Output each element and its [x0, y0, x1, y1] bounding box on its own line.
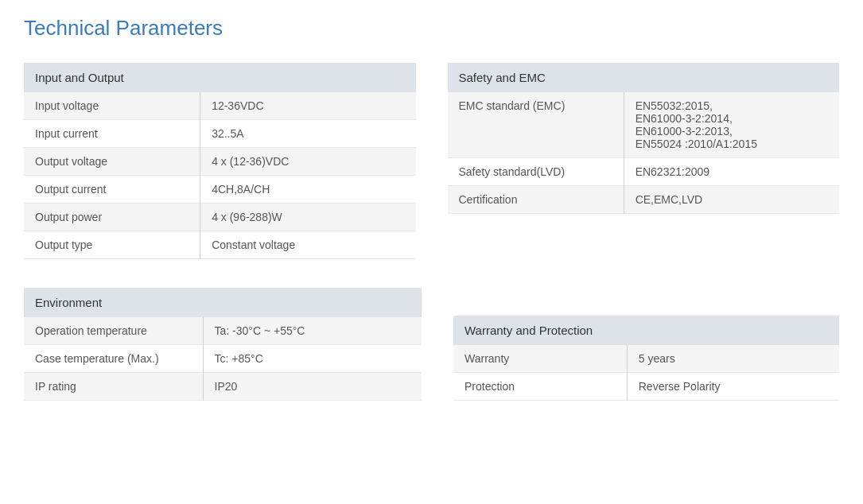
page-title: Technical Parameters [24, 16, 839, 41]
input-output-header: Input and Output [24, 63, 416, 92]
row-label: Output current [24, 176, 200, 204]
table-row: Operation temperatureTa: -30°C ~ +55°C [24, 317, 422, 345]
warranty-header: Warranty and Protection [453, 316, 839, 345]
safety-emc-table: Safety and EMC EMC standard (EMC)EN55032… [448, 63, 840, 214]
row-value: Ta: -30°C ~ +55°C [203, 317, 422, 345]
environment-section: Environment Operation temperatureTa: -30… [24, 288, 422, 401]
table-row: Output voltage4 x (12-36)VDC [24, 148, 416, 176]
input-output-table: Input and Output Input voltage12-36VDCIn… [24, 63, 416, 259]
row-label: Input current [24, 120, 200, 148]
table-row: Input current32..5A [24, 120, 416, 148]
row-label: Protection [453, 373, 627, 401]
row-label: EMC standard (EMC) [448, 92, 624, 158]
row-value: 32..5A [200, 120, 416, 148]
row-label: IP rating [24, 373, 203, 401]
environment-table: Environment Operation temperatureTa: -30… [24, 288, 422, 401]
table-row: Output current4CH,8A/CH [24, 176, 416, 204]
row-value: 4 x (12-36)VDC [200, 148, 416, 176]
row-label: Case temperature (Max.) [24, 345, 203, 373]
table-row: Output typeConstant voltage [24, 231, 416, 259]
row-value: CE,EMC,LVD [624, 186, 839, 214]
row-label: Output type [24, 231, 200, 259]
row-value: Constant voltage [200, 231, 416, 259]
row-value: EN55032:2015,EN61000-3-2:2014,EN61000-3-… [624, 92, 839, 158]
row-value: 4CH,8A/CH [200, 176, 416, 204]
row-value: Reverse Polarity [627, 373, 839, 401]
bottom-tables-row: Environment Operation temperatureTa: -30… [24, 288, 839, 401]
table-row: EMC standard (EMC)EN55032:2015,EN61000-3… [448, 92, 840, 158]
row-value: Tc: +85°C [203, 345, 422, 373]
input-output-section: Input and Output Input voltage12-36VDCIn… [24, 63, 416, 259]
warranty-section: Warranty and Protection Warranty5 yearsP… [453, 288, 839, 401]
row-label: Output power [24, 204, 200, 231]
safety-emc-header: Safety and EMC [448, 63, 840, 92]
row-value: 4 x (96-288)W [200, 204, 416, 231]
table-row: Input voltage12-36VDC [24, 92, 416, 120]
table-row: Warranty5 years [453, 345, 839, 373]
table-row: Output power4 x (96-288)W [24, 204, 416, 231]
table-row: ProtectionReverse Polarity [453, 373, 839, 401]
row-label: Warranty [453, 345, 627, 373]
table-row: CertificationCE,EMC,LVD [448, 186, 840, 214]
row-label: Output voltage [24, 148, 200, 176]
row-value: 5 years [627, 345, 839, 373]
safety-emc-section: Safety and EMC EMC standard (EMC)EN55032… [448, 63, 840, 259]
row-label: Operation temperature [24, 317, 203, 345]
environment-header: Environment [24, 288, 422, 317]
top-tables-row: Input and Output Input voltage12-36VDCIn… [24, 63, 839, 259]
row-value: IP20 [203, 373, 422, 401]
row-value: EN62321:2009 [624, 158, 839, 186]
row-label: Certification [448, 186, 624, 214]
table-row: Safety standard(LVD)EN62321:2009 [448, 158, 840, 186]
row-value: 12-36VDC [200, 92, 416, 120]
table-row: Case temperature (Max.)Tc: +85°C [24, 345, 422, 373]
row-label: Input voltage [24, 92, 200, 120]
row-label: Safety standard(LVD) [448, 158, 624, 186]
table-row: IP ratingIP20 [24, 373, 422, 401]
warranty-table: Warranty and Protection Warranty5 yearsP… [453, 316, 839, 401]
